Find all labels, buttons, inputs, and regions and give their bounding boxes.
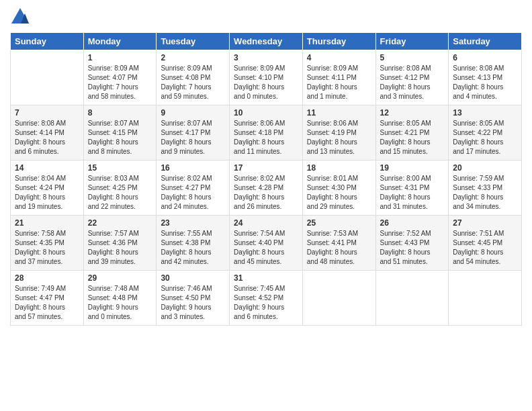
logo <box>10 7 33 27</box>
calendar-cell <box>449 271 522 326</box>
day-number: 7 <box>15 108 79 118</box>
calendar-cell: 17Sunrise: 8:02 AM Sunset: 4:28 PM Dayli… <box>230 161 303 216</box>
day-number: 29 <box>88 273 152 283</box>
day-info: Sunrise: 7:51 AM Sunset: 4:45 PM Dayligh… <box>453 229 517 267</box>
day-number: 22 <box>88 218 152 228</box>
day-info: Sunrise: 8:07 AM Sunset: 4:17 PM Dayligh… <box>161 119 225 156</box>
calendar-cell: 26Sunrise: 7:52 AM Sunset: 4:43 PM Dayli… <box>375 216 449 271</box>
calendar-cell: 29Sunrise: 7:48 AM Sunset: 4:48 PM Dayli… <box>83 271 157 326</box>
day-number: 28 <box>15 273 79 283</box>
day-number: 31 <box>234 273 298 283</box>
calendar-cell: 25Sunrise: 7:53 AM Sunset: 4:41 PM Dayli… <box>302 216 375 271</box>
day-info: Sunrise: 8:02 AM Sunset: 4:28 PM Dayligh… <box>234 174 298 212</box>
day-info: Sunrise: 8:02 AM Sunset: 4:27 PM Dayligh… <box>161 174 225 212</box>
day-number: 17 <box>234 163 298 173</box>
day-number: 4 <box>307 53 371 62</box>
calendar-cell <box>11 50 84 105</box>
day-number: 25 <box>307 218 371 228</box>
day-number: 23 <box>161 218 225 228</box>
calendar-cell: 11Sunrise: 8:06 AM Sunset: 4:19 PM Dayli… <box>302 105 375 161</box>
week-row-2: 14Sunrise: 8:04 AM Sunset: 4:24 PM Dayli… <box>11 161 522 216</box>
day-number: 10 <box>234 108 298 118</box>
day-number: 13 <box>453 108 517 118</box>
day-info: Sunrise: 7:49 AM Sunset: 4:47 PM Dayligh… <box>15 284 79 322</box>
week-row-3: 21Sunrise: 7:58 AM Sunset: 4:35 PM Dayli… <box>11 216 522 271</box>
day-number: 12 <box>380 108 445 118</box>
day-info: Sunrise: 8:00 AM Sunset: 4:31 PM Dayligh… <box>380 174 445 212</box>
day-info: Sunrise: 7:57 AM Sunset: 4:36 PM Dayligh… <box>88 229 152 267</box>
day-info: Sunrise: 8:09 AM Sunset: 4:11 PM Dayligh… <box>307 64 371 101</box>
day-info: Sunrise: 8:06 AM Sunset: 4:19 PM Dayligh… <box>307 119 371 156</box>
day-number: 20 <box>453 163 517 173</box>
day-number: 19 <box>380 163 445 173</box>
week-row-1: 7Sunrise: 8:08 AM Sunset: 4:14 PM Daylig… <box>11 105 522 161</box>
calendar-cell <box>375 271 449 326</box>
day-number: 21 <box>15 218 79 228</box>
calendar-header-row: SundayMondayTuesdayWednesdayThursdayFrid… <box>11 33 522 50</box>
day-header-monday: Monday <box>83 33 157 50</box>
calendar-cell: 1Sunrise: 8:09 AM Sunset: 4:07 PM Daylig… <box>83 50 157 105</box>
week-row-4: 28Sunrise: 7:49 AM Sunset: 4:47 PM Dayli… <box>11 271 522 326</box>
calendar-cell: 3Sunrise: 8:09 AM Sunset: 4:10 PM Daylig… <box>230 50 303 105</box>
calendar-cell: 14Sunrise: 8:04 AM Sunset: 4:24 PM Dayli… <box>11 161 84 216</box>
day-info: Sunrise: 7:58 AM Sunset: 4:35 PM Dayligh… <box>15 229 79 267</box>
day-info: Sunrise: 8:05 AM Sunset: 4:21 PM Dayligh… <box>380 119 445 156</box>
day-number: 8 <box>88 108 152 118</box>
calendar-cell: 9Sunrise: 8:07 AM Sunset: 4:17 PM Daylig… <box>157 105 230 161</box>
logo-icon <box>10 7 30 27</box>
calendar-cell: 27Sunrise: 7:51 AM Sunset: 4:45 PM Dayli… <box>449 216 522 271</box>
calendar-cell <box>302 271 375 326</box>
calendar-cell: 20Sunrise: 7:59 AM Sunset: 4:33 PM Dayli… <box>449 161 522 216</box>
day-number: 3 <box>234 53 298 62</box>
day-info: Sunrise: 8:07 AM Sunset: 4:15 PM Dayligh… <box>88 119 152 156</box>
calendar-cell: 13Sunrise: 8:05 AM Sunset: 4:22 PM Dayli… <box>449 105 522 161</box>
calendar-cell: 16Sunrise: 8:02 AM Sunset: 4:27 PM Dayli… <box>157 161 230 216</box>
day-number: 14 <box>15 163 79 173</box>
calendar-cell: 18Sunrise: 8:01 AM Sunset: 4:30 PM Dayli… <box>302 161 375 216</box>
day-info: Sunrise: 8:05 AM Sunset: 4:22 PM Dayligh… <box>453 119 517 156</box>
day-info: Sunrise: 7:59 AM Sunset: 4:33 PM Dayligh… <box>453 174 517 212</box>
day-info: Sunrise: 8:09 AM Sunset: 4:08 PM Dayligh… <box>161 64 225 101</box>
page: SundayMondayTuesdayWednesdayThursdayFrid… <box>0 0 532 411</box>
week-row-0: 1Sunrise: 8:09 AM Sunset: 4:07 PM Daylig… <box>11 50 522 105</box>
calendar-cell: 15Sunrise: 8:03 AM Sunset: 4:25 PM Dayli… <box>83 161 157 216</box>
calendar-cell: 23Sunrise: 7:55 AM Sunset: 4:38 PM Dayli… <box>157 216 230 271</box>
day-number: 16 <box>161 163 225 173</box>
day-number: 26 <box>380 218 445 228</box>
day-info: Sunrise: 8:09 AM Sunset: 4:07 PM Dayligh… <box>88 64 152 101</box>
calendar-cell: 30Sunrise: 7:46 AM Sunset: 4:50 PM Dayli… <box>157 271 230 326</box>
day-info: Sunrise: 7:55 AM Sunset: 4:38 PM Dayligh… <box>161 229 225 267</box>
day-info: Sunrise: 8:03 AM Sunset: 4:25 PM Dayligh… <box>88 174 152 212</box>
day-info: Sunrise: 7:54 AM Sunset: 4:40 PM Dayligh… <box>234 229 298 267</box>
day-info: Sunrise: 7:52 AM Sunset: 4:43 PM Dayligh… <box>380 229 445 267</box>
day-header-tuesday: Tuesday <box>157 33 230 50</box>
calendar: SundayMondayTuesdayWednesdayThursdayFrid… <box>10 32 522 326</box>
day-number: 11 <box>307 108 371 118</box>
day-number: 24 <box>234 218 298 228</box>
calendar-cell: 6Sunrise: 8:08 AM Sunset: 4:13 PM Daylig… <box>449 50 522 105</box>
calendar-cell: 2Sunrise: 8:09 AM Sunset: 4:08 PM Daylig… <box>157 50 230 105</box>
day-number: 18 <box>307 163 371 173</box>
day-info: Sunrise: 7:45 AM Sunset: 4:52 PM Dayligh… <box>234 284 298 322</box>
day-number: 1 <box>88 53 152 62</box>
day-info: Sunrise: 7:48 AM Sunset: 4:48 PM Dayligh… <box>88 284 152 322</box>
calendar-cell: 21Sunrise: 7:58 AM Sunset: 4:35 PM Dayli… <box>11 216 84 271</box>
day-header-thursday: Thursday <box>302 33 375 50</box>
day-info: Sunrise: 7:46 AM Sunset: 4:50 PM Dayligh… <box>161 284 225 322</box>
day-header-friday: Friday <box>375 33 449 50</box>
header <box>10 7 522 27</box>
day-info: Sunrise: 8:09 AM Sunset: 4:10 PM Dayligh… <box>234 64 298 101</box>
day-number: 30 <box>161 273 225 283</box>
day-info: Sunrise: 8:06 AM Sunset: 4:18 PM Dayligh… <box>234 119 298 156</box>
day-number: 2 <box>161 53 225 62</box>
day-number: 5 <box>380 53 445 62</box>
calendar-cell: 24Sunrise: 7:54 AM Sunset: 4:40 PM Dayli… <box>230 216 303 271</box>
calendar-cell: 4Sunrise: 8:09 AM Sunset: 4:11 PM Daylig… <box>302 50 375 105</box>
calendar-cell: 31Sunrise: 7:45 AM Sunset: 4:52 PM Dayli… <box>230 271 303 326</box>
calendar-cell: 22Sunrise: 7:57 AM Sunset: 4:36 PM Dayli… <box>83 216 157 271</box>
calendar-cell: 12Sunrise: 8:05 AM Sunset: 4:21 PM Dayli… <box>375 105 449 161</box>
calendar-cell: 7Sunrise: 8:08 AM Sunset: 4:14 PM Daylig… <box>11 105 84 161</box>
calendar-cell: 5Sunrise: 8:08 AM Sunset: 4:12 PM Daylig… <box>375 50 449 105</box>
calendar-cell: 8Sunrise: 8:07 AM Sunset: 4:15 PM Daylig… <box>83 105 157 161</box>
calendar-cell: 10Sunrise: 8:06 AM Sunset: 4:18 PM Dayli… <box>230 105 303 161</box>
